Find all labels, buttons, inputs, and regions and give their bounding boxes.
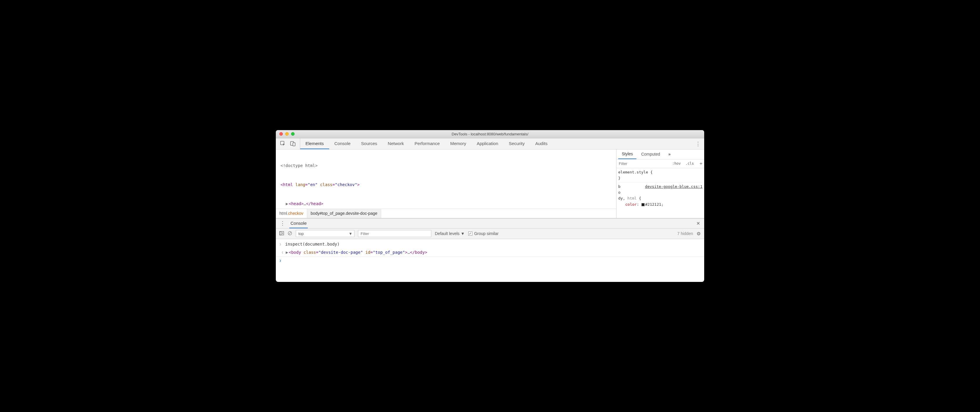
svg-rect-4: [280, 231, 281, 235]
console-prompt-row[interactable]: ❯: [276, 257, 704, 264]
rule-body-html[interactable]: b devsite-google-blue.css:1 o dy, html {…: [618, 182, 702, 208]
minimize-window-button[interactable]: [285, 132, 289, 136]
new-rule-button[interactable]: ＋: [697, 160, 704, 167]
console-output[interactable]: ❯ inspect(document.body) ❯ ▶<body class=…: [276, 239, 704, 282]
styles-tab-computed[interactable]: Computed: [638, 149, 664, 159]
dom-tree[interactable]: <!doctype html> <html lang="en" class="c…: [276, 149, 616, 209]
main-toolbar: Elements Console Sources Network Perform…: [276, 138, 704, 149]
stylesheet-link[interactable]: devsite-google-blue.css:1: [645, 184, 702, 190]
console-result-row[interactable]: ❯ ▶<body class="devsite-doc-page" id="to…: [276, 249, 704, 257]
tab-sources[interactable]: Sources: [356, 138, 383, 149]
svg-rect-2: [293, 143, 295, 146]
color-swatch[interactable]: [641, 203, 644, 206]
window-title: DevTools - localhost:8080/web/fundamenta…: [276, 132, 704, 136]
console-filter-input[interactable]: [358, 230, 431, 237]
rule-element-style[interactable]: element.style { }: [618, 170, 702, 181]
drawer-more-icon[interactable]: ⋮: [276, 220, 289, 227]
drawer-tab-console[interactable]: Console: [289, 219, 308, 228]
tab-memory[interactable]: Memory: [445, 138, 471, 149]
breadcrumb-body[interactable]: body#top_of_page.devsite-doc-page: [307, 209, 381, 218]
svg-line-6: [289, 232, 291, 235]
tab-console[interactable]: Console: [329, 138, 356, 149]
dom-line-doctype[interactable]: <!doctype html>: [276, 163, 616, 169]
close-drawer-icon[interactable]: ✕: [696, 221, 700, 226]
styles-tab-styles[interactable]: Styles: [618, 149, 636, 159]
more-options-icon[interactable]: ⋮: [695, 141, 701, 147]
close-window-button[interactable]: [279, 132, 283, 136]
log-levels-select[interactable]: Default levels ▼: [435, 231, 465, 236]
console-drawer: ⋮ Console ✕ top ▼ Default levels ▼ ✓ Gro…: [276, 218, 704, 282]
tab-elements[interactable]: Elements: [300, 138, 329, 149]
chevron-down-icon: ▼: [348, 231, 352, 236]
device-toggle-icon[interactable]: [290, 141, 296, 146]
dom-tree-panel: <!doctype html> <html lang="en" class="c…: [276, 149, 616, 218]
tab-network[interactable]: Network: [383, 138, 409, 149]
breadcrumb: html.checkov body#top_of_page.devsite-do…: [276, 209, 616, 218]
titlebar: DevTools - localhost:8080/web/fundamenta…: [276, 130, 704, 138]
breadcrumb-html[interactable]: html.checkov: [276, 209, 307, 218]
tab-security[interactable]: Security: [503, 138, 530, 149]
zoom-window-button[interactable]: [291, 132, 294, 136]
panel-tabs: Elements Console Sources Network Perform…: [300, 138, 553, 149]
styles-tabs: Styles Computed »: [616, 149, 704, 159]
clear-console-icon[interactable]: [288, 231, 292, 236]
toggle-hov-button[interactable]: :hov: [671, 162, 682, 166]
input-chevron-icon: ❯: [279, 242, 283, 247]
dom-line-head[interactable]: ▶<head>…</head>: [276, 201, 616, 207]
styles-filterbar: :hov .cls ＋: [616, 159, 704, 168]
console-settings-icon[interactable]: ⚙: [697, 231, 701, 236]
console-input-row[interactable]: ❯ inspect(document.body): [276, 240, 704, 249]
styles-rules[interactable]: element.style { } b devsite-google-blue.…: [616, 168, 704, 218]
traffic-lights: [276, 132, 294, 136]
tab-performance[interactable]: Performance: [409, 138, 445, 149]
tab-audits[interactable]: Audits: [530, 138, 553, 149]
chevron-down-icon: ▼: [461, 231, 465, 236]
show-console-sidebar-icon[interactable]: [279, 231, 284, 236]
dom-line-html[interactable]: <html lang="en" class="checkov">: [276, 182, 616, 188]
devtools-window: DevTools - localhost:8080/web/fundamenta…: [276, 130, 704, 282]
prompt-chevron-icon: ❯: [279, 258, 283, 264]
console-toolbar: top ▼ Default levels ▼ ✓ Group similar 7…: [276, 228, 704, 239]
tab-application[interactable]: Application: [471, 138, 503, 149]
context-select[interactable]: top ▼: [296, 230, 355, 237]
styles-sidebar: Styles Computed » :hov .cls ＋ element.st…: [616, 149, 704, 218]
toggle-cls-button[interactable]: .cls: [684, 162, 695, 166]
return-icon: ❯: [279, 250, 283, 255]
elements-panel: <!doctype html> <html lang="en" class="c…: [276, 149, 704, 218]
inspect-element-icon[interactable]: [280, 141, 286, 146]
console-drawer-header: ⋮ Console ✕: [276, 219, 704, 228]
group-similar-checkbox[interactable]: ✓ Group similar: [468, 231, 498, 236]
styles-tab-more[interactable]: »: [665, 149, 674, 159]
hidden-count: 7 hidden: [677, 231, 693, 236]
styles-filter-input[interactable]: [618, 161, 669, 166]
